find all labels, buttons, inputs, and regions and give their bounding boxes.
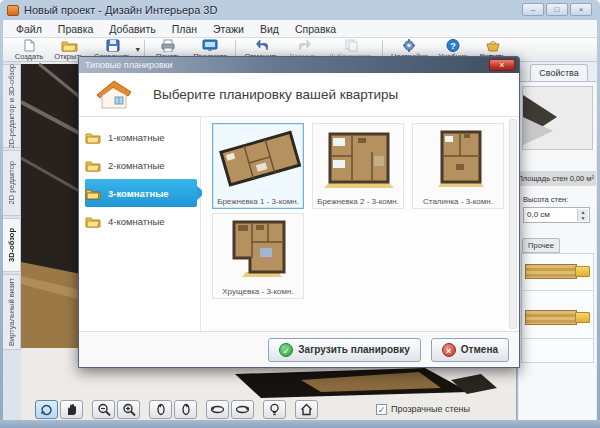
browse-material-icon[interactable]: [575, 266, 590, 277]
menu-edit[interactable]: Правка: [51, 21, 100, 37]
menu-bar: Файл Правка Добавить План Этажи Вид Спра…: [3, 20, 597, 38]
layout-caption: Сталинка - 3-комн.: [413, 197, 503, 206]
category-3-room[interactable]: 3-комнатные: [85, 179, 197, 207]
layouts-dialog: Типовые планировки × Выберите планировку…: [78, 56, 520, 368]
cancel-button[interactable]: × Отмена: [431, 338, 509, 362]
minimize-button[interactable]: –: [522, 3, 544, 16]
folder-icon: [85, 215, 101, 228]
dialog-close-button[interactable]: ×: [489, 59, 515, 71]
new-project-button[interactable]: Создать: [9, 38, 49, 61]
tab-properties[interactable]: Свойства: [530, 64, 588, 81]
viewport-toolbar: ✓ Прозрачные стены: [21, 398, 516, 420]
floorplan-thumbnail: [216, 216, 302, 280]
wall-material-swatch[interactable]: [525, 264, 577, 279]
tool-rotate-right[interactable]: [174, 400, 197, 419]
window-frame-bottom: [0, 420, 600, 428]
checkbox-check-icon[interactable]: ✓: [376, 404, 387, 415]
category-label: 2-комнатные: [108, 160, 165, 171]
save-floppy-icon: [106, 39, 120, 52]
floor-material-swatch[interactable]: [525, 310, 577, 325]
dialog-footer: ✓ Загрузить планировку × Отмена: [79, 331, 519, 367]
menu-add[interactable]: Добавить: [102, 21, 162, 37]
undo-icon: [254, 39, 269, 52]
duplicate-icon: [344, 39, 359, 52]
close-button[interactable]: ×: [570, 3, 592, 16]
transparent-walls-label: Прозрачные стены: [391, 404, 470, 414]
monitor-icon: [202, 39, 218, 52]
menu-file[interactable]: Файл: [9, 21, 49, 37]
load-layout-button[interactable]: ✓ Загрузить планировку: [268, 338, 420, 362]
layout-card-brezhnevka2[interactable]: Брежневка 2 - 3-комн.: [312, 123, 404, 209]
maximize-button[interactable]: □: [546, 3, 568, 16]
materials-group: [521, 253, 594, 363]
toolbar-label: Создать: [15, 52, 44, 61]
wall-height-input[interactable]: 0,0 см ▲ ▼: [523, 207, 590, 223]
tool-orbit-right[interactable]: [231, 400, 254, 419]
wall-area-label: Площадь стен 0,00 м²: [519, 171, 596, 186]
tab-3d-view[interactable]: 3D-обзор: [3, 218, 21, 272]
menu-view[interactable]: Вид: [253, 21, 286, 37]
layout-card-brezhnevka1[interactable]: Брежневка 1 - 3-комн.: [212, 123, 304, 209]
layout-caption: Хрущевка - 3-комн.: [213, 287, 303, 296]
open-folder-icon: [61, 39, 78, 52]
tab-more[interactable]: Прочее: [522, 238, 560, 253]
material-row: [525, 260, 590, 286]
title-bar[interactable]: Новый проект - Дизайн Интерьера 3D – □ ×: [0, 0, 600, 20]
tool-pan-hand[interactable]: [60, 400, 83, 419]
floorplan-thumbnail: [416, 126, 502, 190]
category-4-room[interactable]: 4-комнатные: [85, 207, 197, 235]
tool-rotate-view[interactable]: [35, 400, 58, 419]
tab-label: 2D-редактор и 3D-обзор: [7, 64, 16, 148]
model-preview: [522, 86, 593, 150]
dialog-title: Типовые планировки: [85, 60, 173, 70]
category-2-room[interactable]: 2-комнатные: [85, 151, 197, 179]
tab-2d-editor[interactable]: 2D редактор: [3, 150, 21, 216]
save-dropdown-arrow[interactable]: ▼: [134, 46, 141, 53]
printer-icon: [160, 39, 176, 52]
layout-thumbnails: Брежневка 1 - 3-комн. Брежневка 2: [202, 117, 519, 331]
spinner-arrows[interactable]: ▲ ▼: [577, 209, 588, 221]
category-1-room[interactable]: 1-комнатные: [85, 123, 197, 151]
tool-zoom-in[interactable]: [117, 400, 140, 419]
folder-icon: [85, 187, 101, 200]
material-row: [525, 306, 590, 332]
dialog-title-bar[interactable]: Типовые планировки ×: [79, 57, 519, 73]
category-label: 1-комнатные: [108, 132, 165, 143]
tab-label: Виртуальный визит: [7, 278, 16, 346]
spin-down-icon[interactable]: ▼: [578, 215, 588, 221]
new-document-icon: [21, 39, 37, 52]
transparent-walls-checkbox[interactable]: ✓ Прозрачные стены: [376, 404, 470, 415]
tab-2d-editor-and-3d-view[interactable]: 2D-редактор и 3D-обзор: [3, 64, 21, 148]
redo-icon: [296, 39, 311, 52]
tool-orbit-left[interactable]: [206, 400, 229, 419]
house-icon: [95, 79, 133, 111]
wall-height-label: Высота стен:: [523, 195, 568, 204]
view-mode-tabs: 2D-редактор и 3D-обзор 2D редактор 3D-об…: [3, 62, 21, 420]
menu-floors[interactable]: Этажи: [206, 21, 251, 37]
category-label: 4-комнатные: [108, 216, 165, 227]
folder-icon: [85, 131, 101, 144]
browse-material-icon[interactable]: [575, 312, 590, 323]
layout-card-stalinka[interactable]: Сталинка - 3-комн.: [412, 123, 504, 209]
tool-rotate-left[interactable]: [149, 400, 172, 419]
folder-icon: [85, 159, 101, 172]
floorplan-thumbnail: [216, 126, 302, 190]
menu-plan[interactable]: План: [165, 21, 204, 37]
tool-lighting[interactable]: [263, 400, 286, 419]
tool-zoom-out[interactable]: [92, 400, 115, 419]
app-window: Новый проект - Дизайн Интерьера 3D – □ ×…: [0, 0, 600, 428]
dialog-header: Выберите планировку вашей квартиры: [79, 73, 519, 117]
window-title: Новый проект - Дизайн Интерьера 3D: [24, 4, 217, 16]
tool-home[interactable]: [295, 400, 318, 419]
floorplan-thumbnail: [316, 126, 402, 190]
layout-card-khrushchevka[interactable]: Хрущевка - 3-комн.: [212, 213, 304, 299]
menu-help[interactable]: Справка: [288, 21, 343, 37]
load-layout-label: Загрузить планировку: [298, 344, 409, 355]
svg-text:?: ?: [450, 41, 456, 51]
help-icon: ?: [446, 39, 460, 52]
tab-label: 2D редактор: [7, 161, 16, 204]
tab-virtual-visit[interactable]: Виртуальный визит: [3, 274, 21, 350]
properties-panel: Свойства Площадь стен 0,00 м² Высота сте…: [517, 62, 597, 420]
thumbnails-scrollbar[interactable]: [509, 119, 517, 329]
wall-height-value: 0,0 см: [527, 210, 550, 219]
